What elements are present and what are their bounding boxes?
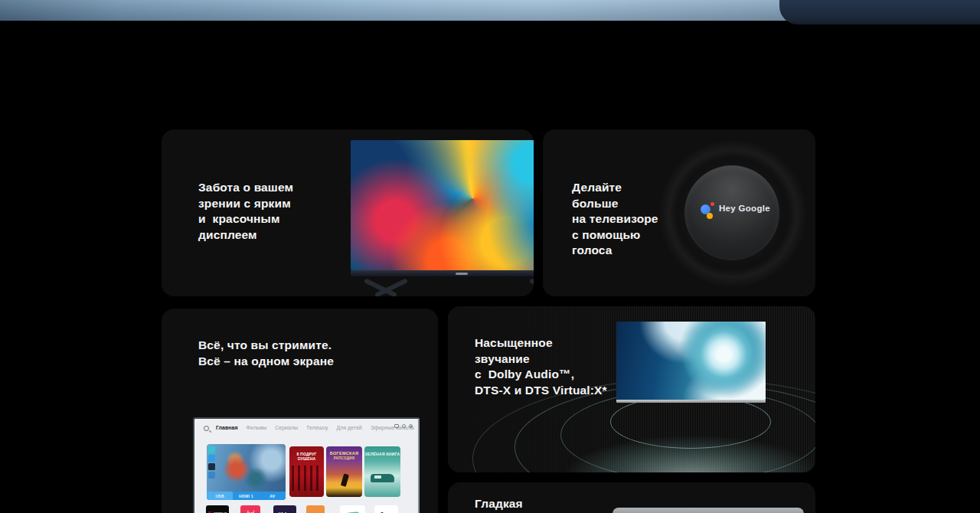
text-line: Всё, что вы стримите. <box>198 338 334 354</box>
tab-home: Главная <box>216 425 237 430</box>
cast-icon <box>394 424 399 428</box>
poster-bohemian-rhapsody: БОГЕМСКАЯ РАПСОДИЯ <box>326 446 362 497</box>
feature-card-display: Забота о вашем зрении с ярким и красочны… <box>162 129 534 296</box>
tv-stand-top <box>612 508 804 513</box>
text-line: Делайте <box>572 180 658 196</box>
feature-card-assistant-text: Делайте больше на телевизоре с помощью г… <box>572 180 658 259</box>
app-tiles-row: N NETFLIX ivi ökko <box>194 505 421 513</box>
profile-icon <box>402 424 406 428</box>
text-line: больше <box>572 196 658 212</box>
feature-card-streaming-text: Всё, что вы стримите. Всё – на одном экр… <box>198 338 334 369</box>
text-line: зрении с ярким <box>198 196 293 212</box>
app-tile-white-duo <box>374 505 398 513</box>
settings-icon <box>409 424 413 428</box>
tv-ui-tabs: Главная Фильмы Сериалы Телешоу Для детей… <box>216 425 414 430</box>
text-line: Гладкая <box>475 496 523 512</box>
text-line: на телевизоре <box>572 211 658 227</box>
tv-foot-right <box>529 278 534 296</box>
netflix-n-icon: N <box>207 511 212 513</box>
tab-movies: Фильмы <box>246 425 266 430</box>
input-hdmi-button: HDMI 1 <box>233 492 259 500</box>
app-tile-netflix: N NETFLIX <box>206 505 229 513</box>
poster-title: 8 ПОДРУГ ОУШЕНА <box>289 452 324 461</box>
text-line: с Dolby Audio™, <box>475 367 607 383</box>
app-label: ökko <box>278 511 292 513</box>
sound-wave-glow <box>563 435 815 472</box>
poster-subtitle: РАПСОДИЯ <box>326 456 362 460</box>
poster-oceans-8: 8 ПОДРУГ ОУШЕНА <box>289 446 324 497</box>
text-line: с помощью <box>572 227 658 243</box>
feature-card-assistant: Делайте больше на телевизоре с помощью г… <box>543 129 815 296</box>
text-line: дисплеем <box>198 227 293 243</box>
product-feature-page: Забота о вашем зрении с ярким и красочны… <box>0 0 980 513</box>
poster-figures <box>292 466 322 491</box>
tv-screen-ocean-wave <box>616 322 766 400</box>
feature-card-audio-text: Насыщенное звучание с Dolby Audio™, DTS-… <box>475 335 607 398</box>
text-line: Забота о вашем <box>198 180 293 196</box>
hero-overlay-card <box>779 0 980 25</box>
app-tile-orange <box>306 505 325 513</box>
text-line: DTS-X и DTS Virtual:X* <box>475 383 607 399</box>
feature-card-display-text: Забота о вашем зрении с ярким и красочны… <box>198 180 293 243</box>
tab-series: Сериалы <box>275 425 298 430</box>
tv-image-wave <box>616 322 766 406</box>
poster-title: БОГЕМСКАЯ <box>326 451 362 456</box>
text-line: Всё – на одном экране <box>198 354 334 370</box>
poster-side-thumbnails <box>208 446 215 479</box>
tv-bezel <box>351 270 534 276</box>
poster-ralph: USB HDMI 1 AV <box>207 444 286 500</box>
tv-image <box>351 140 534 296</box>
app-label: ivi <box>247 510 254 513</box>
app-tile-ivi: ivi <box>240 505 260 513</box>
tab-tvshows: Телешоу <box>306 425 328 430</box>
assistant-dot-red-icon <box>710 202 714 206</box>
poster-green-book: ЗЕЛЁНАЯ КНИГА <box>364 446 400 497</box>
tab-kids: Для детей <box>337 425 362 430</box>
feature-card-smooth: Гладкая <box>448 482 815 513</box>
assistant-dot-yellow-icon <box>707 213 713 219</box>
input-source-buttons: USB HDMI 1 AV <box>207 492 286 500</box>
feature-card-streaming: Всё, что вы стримите. Всё – на одном экр… <box>162 309 438 513</box>
tv-screen-colorful-art <box>351 140 534 270</box>
text-line: и красочным <box>198 211 293 227</box>
tv-brand-logo <box>456 273 468 275</box>
text-line: Насыщенное <box>475 335 607 351</box>
poster-silhouette <box>341 473 349 486</box>
input-av-button: AV <box>260 492 286 500</box>
search-icon <box>204 426 209 431</box>
tv-ui-status-icons <box>394 424 413 428</box>
text-line: звучание <box>475 351 607 368</box>
text-line: голоса <box>572 243 658 259</box>
tv-bezel <box>616 400 766 403</box>
poster-title: ЗЕЛЁНАЯ КНИГА <box>364 452 400 456</box>
hey-google-label: Hey Google <box>719 204 770 213</box>
feature-card-audio: Насыщенное звучание с Dolby Audio™, DTS-… <box>448 306 815 472</box>
poster-car <box>371 474 394 482</box>
app-tile-white-green <box>340 505 365 513</box>
assistant-sphere <box>684 165 779 260</box>
app-tile-okko: ökko <box>273 505 296 513</box>
feature-card-smooth-text: Гладкая <box>475 496 523 512</box>
input-usb-button: USB <box>207 492 233 500</box>
tv-ui-screenshot: Главная Фильмы Сериалы Телешоу Для детей… <box>193 417 420 513</box>
